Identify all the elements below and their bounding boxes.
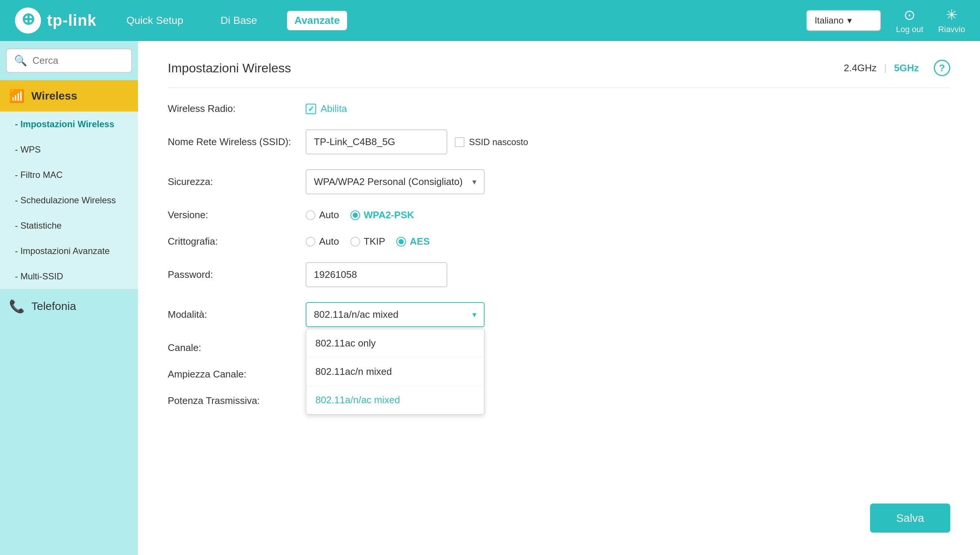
language-value: Italiano [814,15,843,26]
security-select[interactable]: WPA/WPA2 Personal (Consigliato) ▾ [306,169,484,194]
version-auto[interactable]: Auto [306,209,339,221]
freq-5ghz[interactable]: 5GHz [894,62,919,74]
ssid-row: Nome Rete Wireless (SSID): SSID nascosto [168,130,950,154]
logout-button[interactable]: ⊙ Log out [896,7,923,34]
logo-area: ⊕ tp-link [15,8,96,34]
crypto-auto-label: Auto [319,236,339,247]
telefonia-label: Telefonia [31,300,76,313]
mode-label: Modalità: [168,309,294,321]
version-wpa2psk[interactable]: WPA2-PSK [350,209,414,221]
version-controls: Auto WPA2-PSK [306,209,950,221]
freq-24ghz[interactable]: 2.4GHz [844,62,877,74]
svg-text:⊕: ⊕ [21,10,35,28]
version-wpa2psk-radio[interactable] [350,210,360,220]
sidebar-item-wireless[interactable]: 📶 Wireless [0,80,138,112]
logout-icon: ⊙ [903,7,916,23]
mode-option-a-n-ac[interactable]: 802.11a/n/ac mixed [306,386,484,414]
sidebar-sub-multi-ssid[interactable]: - Multi-SSID [0,264,138,289]
crypto-controls: Auto TKIP AES [306,236,950,247]
page-title: Impostazioni Wireless [168,61,291,75]
nav-avanzate[interactable]: Avanzate [287,11,347,30]
search-input[interactable] [32,55,124,66]
version-radio-group: Auto WPA2-PSK [306,209,414,221]
mode-controls: 802.11a/n/ac mixed ▾ 802.11ac only 802.1… [306,302,950,327]
version-row: Versione: Auto WPA2-PSK [168,209,950,221]
tplink-logo-icon: ⊕ [15,8,41,34]
password-input[interactable] [306,262,447,287]
channel-label: Canale: [168,342,294,354]
crypto-tkip-label: TKIP [364,236,385,247]
sidebar-item-telefonia[interactable]: 📞 Telefonia [0,289,138,323]
sidebar-sub-schedulazione[interactable]: - Schedulazione Wireless [0,188,138,213]
wireless-radio-checkbox[interactable]: ✓ Abilita [306,103,347,114]
header: ⊕ tp-link Quick Setup Di Base Avanzate I… [0,0,980,41]
reboot-button[interactable]: ✳ Riavvio [938,7,965,34]
crypto-auto[interactable]: Auto [306,236,339,247]
mode-row: Modalità: 802.11a/n/ac mixed ▾ 802.11ac … [168,302,950,327]
channel-width-row: Ampiezza Canale: [168,369,950,380]
crypto-row: Crittografia: Auto TKIP AE [168,236,950,247]
mode-dropdown-menu: 802.11ac only 802.11ac/n mixed 802.11a/n… [306,329,484,415]
version-wpa2psk-label: WPA2-PSK [364,209,414,221]
sidebar-sub-filtro-mac[interactable]: - Filtro MAC [0,162,138,188]
layout: 🔍 📶 Wireless - Impostazioni Wireless - W… [0,41,980,555]
password-row: Password: [168,262,950,287]
language-select[interactable]: Italiano ▾ [806,10,881,31]
channel-row: Canale: [168,342,950,354]
wireless-radio-checkbox-label: Abilita [321,103,347,114]
crypto-aes[interactable]: AES [396,236,429,247]
ssid-hidden-checkbox[interactable] [455,137,464,147]
sidebar: 🔍 📶 Wireless - Impostazioni Wireless - W… [0,41,138,555]
crypto-radio-group: Auto TKIP AES [306,236,430,247]
nav-di-base[interactable]: Di Base [213,11,265,30]
wireless-radio-checkbox-box[interactable]: ✓ [306,104,316,114]
sidebar-sub-statistiche[interactable]: - Statistiche [0,213,138,238]
mode-select[interactable]: 802.11a/n/ac mixed ▾ [306,302,484,327]
crypto-tkip[interactable]: TKIP [350,236,385,247]
search-box[interactable]: 🔍 [6,48,132,73]
ssid-label: Nome Rete Wireless (SSID): [168,136,294,148]
ssid-controls: SSID nascosto [306,130,950,154]
version-auto-label: Auto [319,209,339,221]
channel-width-label: Ampiezza Canale: [168,369,294,380]
radio-selected-dot [353,213,358,218]
header-right: Italiano ▾ ⊙ Log out ✳ Riavvio [806,7,965,34]
nav-quick-setup[interactable]: Quick Setup [119,11,191,30]
sidebar-sub-impostazioni-avanzate[interactable]: - Impostazioni Avanzate [0,238,138,264]
freq-divider: | [884,62,887,74]
crypto-aes-radio[interactable] [396,237,406,247]
security-value: WPA/WPA2 Personal (Consigliato) [314,176,463,188]
wireless-label: Wireless [31,90,77,102]
password-label: Password: [168,269,294,281]
freq-selector: 2.4GHz | 5GHz ? [844,60,950,76]
version-auto-radio[interactable] [306,210,315,220]
sidebar-sub-impostazioni-wireless[interactable]: - Impostazioni Wireless [0,112,138,137]
chevron-down-icon-mode: ▾ [472,310,476,320]
ssid-hidden-label: SSID nascosto [469,137,528,148]
crypto-aes-label: AES [410,236,429,247]
save-button[interactable]: Salva [870,504,950,533]
logo-text: tp-link [47,11,96,29]
version-label: Versione: [168,209,294,221]
crypto-tkip-radio[interactable] [350,237,360,247]
crypto-label: Crittografia: [168,236,294,247]
wireless-radio-row: Wireless Radio: ✓ Abilita [168,103,950,114]
mode-option-ac-n[interactable]: 802.11ac/n mixed [306,358,484,386]
nav-area: Quick Setup Di Base Avanzate [119,11,806,30]
wireless-radio-label: Wireless Radio: [168,103,294,114]
ssid-input[interactable] [306,130,447,154]
chevron-down-icon: ▾ [847,15,852,26]
radio-selected-dot-2 [398,239,404,244]
reboot-label: Riavvio [938,25,965,34]
security-row: Sicurezza: WPA/WPA2 Personal (Consigliat… [168,169,950,194]
crypto-auto-radio[interactable] [306,237,315,247]
help-icon[interactable]: ? [934,60,950,76]
wifi-icon: 📶 [9,88,25,103]
mode-option-ac-only[interactable]: 802.11ac only [306,329,484,358]
checkbox-check-icon: ✓ [308,104,314,113]
security-controls: WPA/WPA2 Personal (Consigliato) ▾ [306,169,950,194]
hidden-ssid-wrap: SSID nascosto [455,137,528,148]
sidebar-sub-wps[interactable]: - WPS [0,137,138,162]
page-header: Impostazioni Wireless 2.4GHz | 5GHz ? [168,60,950,88]
tx-power-row: Potenza Trasmissiva: [168,395,950,407]
